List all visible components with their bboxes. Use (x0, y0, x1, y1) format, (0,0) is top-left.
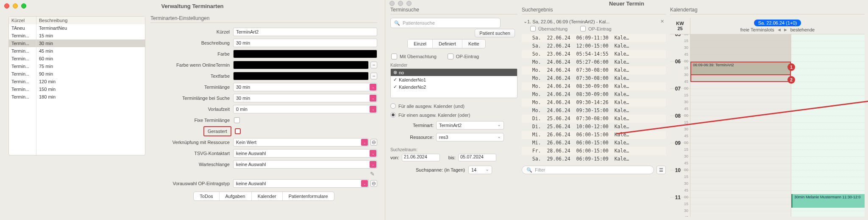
checkbox-uebernachtung[interactable] (391, 54, 397, 59)
combo-op-typ[interactable]: keine Auswahl⌄ (233, 179, 369, 188)
kalender-list[interactable]: ⊗no ✓KalenderNo1 ✓KalenderNo2 (390, 68, 517, 98)
kalender-item[interactable]: ✓KalenderNo1 (391, 76, 517, 83)
filter-input[interactable]: 🔍Filter (522, 166, 654, 174)
combo-terminlaenge-suche[interactable]: 30 min⌄ (233, 94, 377, 102)
chevron-down-icon[interactable]: ⌄ (370, 84, 376, 90)
table-row[interactable]: Termin...75 min (9, 62, 145, 70)
chevron-down-icon[interactable]: ⌄ (370, 106, 376, 113)
checkbox-fixe[interactable] (234, 117, 240, 123)
result-row[interactable]: Di. 25.06.24 10:00-12:00 Kale… (522, 123, 666, 131)
tab-kalender[interactable]: Kalender (252, 192, 283, 200)
result-row[interactable]: Mo. 24.06.24 08:30-09:00 Kale… (522, 90, 666, 99)
chevron-down-icon[interactable]: ⌄ (370, 161, 376, 168)
terminarten-table[interactable]: Kürzel Beschreibung TAneuTerminartNeuTer… (8, 16, 145, 155)
checkbox-op[interactable] (448, 54, 453, 59)
traffic-lights[interactable] (4, 3, 26, 8)
chevron-down-icon[interactable]: ⌄ (361, 180, 368, 187)
chevron-down-icon[interactable]: ⌄ (370, 150, 376, 157)
checkbox-op-result[interactable] (580, 26, 586, 31)
day-grid[interactable]: 0500153045060015304507001530450800153045… (670, 34, 865, 217)
combo-vorlaufzeit[interactable]: 0 min⌄ (233, 105, 377, 113)
checkbox-gerastert[interactable] (235, 128, 241, 134)
free-slots-column[interactable]: 06:09-06:39: TerminArt2 1 2 (690, 34, 791, 217)
proposed-appointment[interactable]: 06:09-06:39: TerminArt2 (690, 62, 791, 75)
date-pill[interactable]: Sa. 22.06.24 (1+0) (754, 20, 801, 26)
table-row[interactable]: Termin...30 min (9, 39, 145, 47)
seg-definiert[interactable]: Definiert (433, 39, 462, 48)
combo-ressource[interactable]: res3 (436, 133, 504, 141)
table-row[interactable]: Termin...60 min (9, 55, 145, 62)
search-mode-segment[interactable]: Einzel Definiert Kette (407, 39, 486, 48)
table-row[interactable]: TAneuTerminartNeu (9, 24, 145, 32)
tab-aufgaben[interactable]: Aufgaben (220, 192, 252, 200)
seg-kette[interactable]: Kette (462, 39, 485, 48)
result-row[interactable]: Mi. 26.06.24 06:00-15:00 Kale… (522, 139, 666, 147)
tab-free-slots[interactable]: freie Terminslots (740, 27, 774, 32)
edit-icon[interactable]: ✎ (150, 171, 377, 177)
input-von[interactable]: 21.06.2024 (402, 154, 440, 161)
result-row[interactable]: Mi. 26.06.24 06:00-15:00 Kale… (522, 131, 666, 139)
tab-existing[interactable]: bestehende (790, 27, 815, 32)
color-online[interactable] (233, 61, 369, 69)
combo-terminart[interactable]: TerminArt2 (436, 121, 504, 130)
combo-warte[interactable]: keine Auswahl⌄ (233, 160, 377, 169)
result-row[interactable]: Mo. 24.06.24 07:30-08:00 Kale… (522, 66, 666, 74)
table-row[interactable]: Termin...90 min (9, 70, 145, 78)
tab-todos[interactable]: ToDos (194, 192, 219, 200)
clear-button[interactable]: ⊖ (370, 180, 377, 187)
kalender-item[interactable]: ✓KalenderNo2 (391, 83, 517, 90)
result-row[interactable]: Di. 25.06.24 07:30-08:00 Kale… (522, 115, 666, 123)
result-row[interactable]: Mo. 24.06.24 05:27-06:00 Kale… (522, 58, 666, 66)
table-row[interactable]: Termin...15 min (9, 32, 145, 39)
zoom-icon[interactable] (406, 1, 412, 6)
list-settings-button[interactable]: ☰ (657, 166, 666, 174)
traffic-lights[interactable] (389, 1, 412, 6)
clear-button[interactable]: − (370, 73, 377, 79)
combo-tsvg[interactable]: keine Auswahl⌄ (233, 149, 377, 158)
radio-all[interactable] (390, 103, 396, 109)
result-row[interactable]: Sa. 22.06.24 06:09-11:30 Kale… (522, 34, 666, 42)
result-row[interactable]: So. 23.06.24 05:54-14:55 Kale… (522, 50, 666, 58)
close-icon[interactable]: ✕ (660, 19, 664, 24)
close-icon[interactable] (4, 3, 9, 8)
radio-one[interactable] (390, 112, 396, 118)
tab-patientenformulare[interactable]: Patientenformulare (283, 192, 334, 200)
close-icon[interactable] (389, 1, 395, 6)
chevron-down-icon[interactable]: ⌄ (370, 95, 376, 102)
result-row[interactable]: Mo. 24.06.24 09:30-15:00 Kale… (522, 107, 666, 115)
result-row[interactable]: Mo. 24.06.24 07:30-08:00 Kale… (522, 74, 666, 82)
combo-ressource[interactable]: Kein Wert⌄ (233, 138, 369, 147)
bottom-tabs[interactable]: ToDos Aufgaben Kalender Patientenformula… (193, 192, 334, 201)
disclosure-icon[interactable]: ⌄ (523, 19, 527, 24)
patient-search-input[interactable]: 🔍 Patientensuche (390, 18, 501, 28)
results-list[interactable]: Sa. 22.06.24 06:09-11:30 Kale… Sa. 22.06… (522, 34, 666, 163)
patient-suchen-button[interactable]: Patient suchen (475, 29, 515, 37)
kalender-selected[interactable]: ⊗no (391, 69, 517, 76)
arrow-right-icon[interactable]: ▶ (784, 28, 787, 32)
combo-terminlaenge[interactable]: 30 min⌄ (233, 83, 377, 91)
input-beschreibung[interactable]: 30 min (233, 39, 377, 47)
result-group-header[interactable]: ⌄ 1. Sa, 22.06., 06:09 (TerminArt2) - Ka… (522, 18, 666, 25)
remove-icon[interactable]: ⊗ (393, 70, 397, 75)
result-row[interactable]: Mo. 24.06.24 09:30-14:26 Kale… (522, 99, 666, 107)
combo-suchspanne[interactable]: 14 (468, 166, 492, 174)
existing-appointment[interactable]: 30min Melanie Mustermann 11:30-12:0 (791, 194, 865, 208)
result-row[interactable]: Fr. 28.06.24 06:00-15:00 Kale… (522, 147, 666, 155)
arrow-left-icon[interactable]: ◀ (778, 28, 781, 32)
input-bis[interactable]: 05.07.2024 (458, 154, 496, 161)
input-kuerzel[interactable]: TerminArt2 (233, 28, 377, 36)
chevron-down-icon[interactable]: ⌄ (361, 139, 368, 146)
clear-button[interactable]: − (370, 62, 377, 68)
minimize-icon[interactable] (13, 3, 18, 8)
table-row[interactable]: Termin...180 min (9, 93, 145, 101)
seg-einzel[interactable]: Einzel (408, 39, 433, 48)
color-farbe[interactable] (233, 50, 377, 58)
clear-button[interactable]: ⊖ (370, 139, 377, 146)
zoom-icon[interactable] (21, 3, 26, 8)
table-row[interactable]: Termin...45 min (9, 47, 145, 55)
table-row[interactable]: Termin...120 min (9, 78, 145, 85)
result-row[interactable]: Sa. 29.06.24 06:09-15:09 Kale… (522, 155, 666, 163)
result-row[interactable]: Mo. 24.06.24 08:30-09:00 Kale… (522, 82, 666, 90)
table-row[interactable]: Termin...150 min (9, 85, 145, 93)
minimize-icon[interactable] (398, 1, 403, 6)
